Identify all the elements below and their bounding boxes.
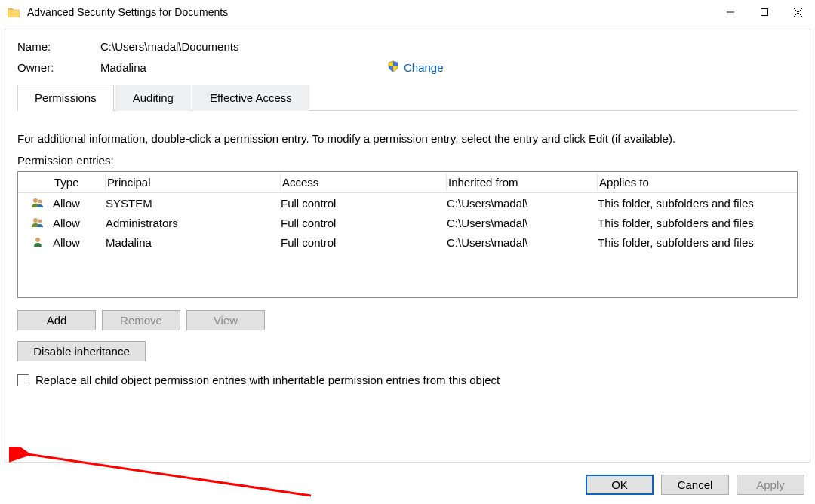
cell-principal: Administrators (106, 217, 281, 229)
permission-entries-label: Permission entries: (17, 154, 798, 167)
cell-inherited: C:\Users\madal\ (447, 217, 598, 229)
permission-entries-list[interactable]: Type Principal Access Inherited from App… (17, 171, 798, 298)
apply-button[interactable]: Apply (737, 475, 804, 495)
owner-value: Madalina (100, 61, 387, 74)
cell-type: Allow (53, 197, 106, 210)
dialog-footer: OK Cancel Apply (0, 467, 815, 504)
minimize-button[interactable] (713, 0, 747, 24)
folder-icon (8, 7, 20, 17)
owner-row: Owner: Madalina Change (17, 60, 798, 75)
header-applies[interactable]: Applies to (598, 174, 798, 191)
tab-effective-access[interactable]: Effective Access (192, 85, 309, 111)
shield-icon (387, 60, 399, 75)
cell-type: Allow (53, 236, 106, 249)
header-inherited[interactable]: Inherited from (447, 174, 598, 191)
cell-principal: Madalina (106, 236, 281, 249)
cell-applies: This folder, subfolders and files (598, 197, 798, 210)
people-icon (23, 217, 53, 228)
add-button[interactable]: Add (17, 310, 96, 330)
name-label: Name: (17, 40, 100, 53)
replace-checkbox-row: Replace all child object permission entr… (17, 373, 798, 386)
header-type[interactable]: Type (53, 174, 106, 191)
svg-point-4 (33, 198, 38, 203)
list-row[interactable]: Allow SYSTEM Full control C:\Users\madal… (18, 193, 797, 213)
svg-point-7 (38, 220, 42, 223)
maximize-button[interactable] (747, 0, 781, 24)
name-row: Name: C:\Users\madal\Documents (17, 40, 798, 53)
ok-button[interactable]: OK (586, 475, 654, 495)
cell-access: Full control (281, 197, 447, 210)
change-owner-link[interactable]: Change (404, 61, 444, 74)
person-icon (23, 237, 53, 247)
cell-applies: This folder, subfolders and files (598, 217, 798, 229)
replace-checkbox-label[interactable]: Replace all child object permission entr… (35, 373, 500, 386)
svg-point-8 (35, 238, 40, 242)
replace-child-entries-checkbox[interactable] (17, 374, 29, 386)
window-title: Advanced Security Settings for Documents (27, 6, 713, 18)
close-button[interactable] (781, 0, 815, 24)
svg-rect-1 (761, 9, 767, 16)
list-headers: Type Principal Access Inherited from App… (18, 172, 797, 193)
cell-inherited: C:\Users\madal\ (447, 236, 598, 249)
cell-applies: This folder, subfolders and files (598, 236, 798, 249)
cell-type: Allow (53, 217, 106, 229)
entry-buttons-row: Add Remove View (17, 310, 798, 330)
remove-button[interactable]: Remove (102, 310, 180, 330)
people-icon (23, 198, 53, 208)
header-access[interactable]: Access (281, 174, 447, 191)
svg-point-6 (33, 218, 38, 223)
tab-auditing[interactable]: Auditing (115, 85, 191, 111)
tab-permissions[interactable]: Permissions (17, 85, 114, 111)
list-row[interactable]: Allow Administrators Full control C:\Use… (18, 213, 797, 232)
window: Advanced Security Settings for Documents… (0, 0, 815, 504)
instructions-text: For additional information, double-click… (17, 132, 798, 145)
cell-principal: SYSTEM (106, 197, 281, 210)
owner-label: Owner: (17, 61, 100, 74)
cell-access: Full control (281, 217, 447, 229)
tab-strip: Permissions Auditing Effective Access (17, 84, 798, 111)
inheritance-row: Disable inheritance (17, 341, 798, 361)
name-value: C:\Users\madal\Documents (100, 40, 238, 53)
header-principal[interactable]: Principal (106, 174, 281, 191)
cell-inherited: C:\Users\madal\ (447, 197, 598, 210)
cell-access: Full control (281, 236, 447, 249)
cancel-button[interactable]: Cancel (661, 475, 729, 495)
list-row[interactable]: Allow Madalina Full control C:\Users\mad… (18, 232, 797, 252)
titlebar: Advanced Security Settings for Documents (0, 0, 815, 24)
content-panel: Name: C:\Users\madal\Documents Owner: Ma… (5, 29, 810, 463)
view-button[interactable]: View (186, 310, 265, 330)
disable-inheritance-button[interactable]: Disable inheritance (17, 341, 146, 361)
svg-point-5 (38, 200, 42, 204)
